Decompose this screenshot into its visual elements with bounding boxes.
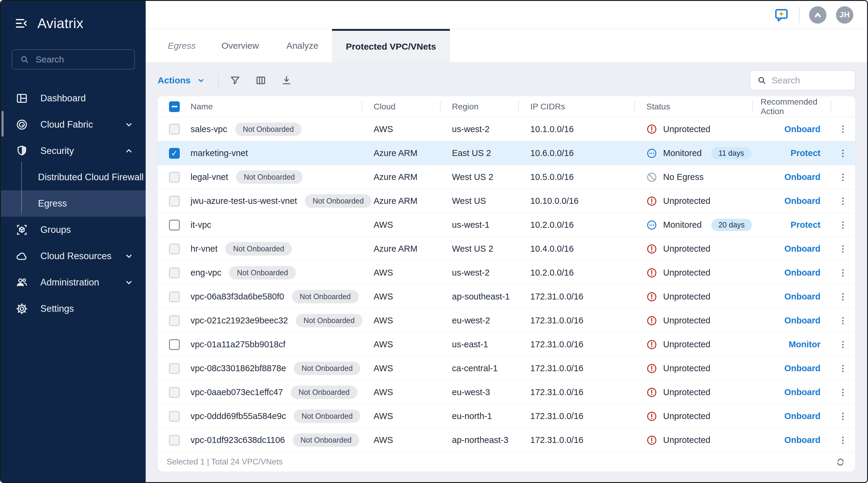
tab-analyze[interactable]: Analyze <box>273 29 332 62</box>
kebab-menu-icon[interactable] <box>837 315 848 326</box>
sidebar-item-cloud-resources[interactable]: Cloud Resources <box>1 243 146 269</box>
table-row[interactable]: it-vpc AWS us-west-1 10.2.0.0/16 Monitor… <box>158 213 855 237</box>
table-row[interactable]: marketing-vnet Azure ARM East US 2 10.6.… <box>158 141 855 165</box>
recommended-action-link[interactable]: Onboard <box>784 387 820 397</box>
kebab-menu-icon[interactable] <box>837 291 848 302</box>
not-onboarded-badge: Not Onboarded <box>291 386 358 399</box>
row-checkbox[interactable] <box>169 220 180 230</box>
column-header-recommended-action[interactable]: Recommended Action <box>752 96 831 117</box>
kebab-menu-icon[interactable] <box>837 267 848 278</box>
kebab-menu-icon[interactable] <box>837 363 848 374</box>
tab-protected-vpc-vnets[interactable]: Protected VPC/VNets <box>332 29 450 62</box>
table-row[interactable]: hr-vnet Not Onboarded Azure ARM West US … <box>158 237 855 261</box>
sidebar-search[interactable] <box>12 49 135 70</box>
kebab-menu-icon[interactable] <box>837 435 848 446</box>
column-header-cloud[interactable]: Cloud <box>362 96 440 117</box>
table-row[interactable]: jwu-azure-test-us-west-vnet Not Onboarde… <box>158 189 855 213</box>
refresh-icon[interactable] <box>835 456 846 468</box>
sidebar-item-distributed-cloud-firewall[interactable]: Distributed Cloud Firewall <box>1 164 146 190</box>
sidebar-collapse-icon[interactable] <box>14 17 28 30</box>
table-row[interactable]: vpc-06a83f3da6be580f0 Not Onboarded AWS … <box>158 285 855 309</box>
kebab-menu-icon[interactable] <box>837 220 848 230</box>
sidebar-item-cloud-fabric[interactable]: Cloud Fabric <box>1 111 146 138</box>
feedback-chat-icon[interactable] <box>773 7 789 23</box>
select-all-checkbox[interactable] <box>169 101 180 112</box>
row-checkbox[interactable] <box>169 196 180 206</box>
filter-icon[interactable] <box>229 75 241 86</box>
download-icon[interactable] <box>281 75 292 86</box>
kebab-menu-icon[interactable] <box>837 148 848 159</box>
table-row[interactable]: vpc-021c21923e9beec32 Not Onboarded AWS … <box>158 309 855 332</box>
row-checkbox[interactable] <box>169 363 180 374</box>
sidebar-item-groups[interactable]: Groups <box>1 217 146 243</box>
column-header-name[interactable]: Name <box>190 96 362 117</box>
vpc-table: Name Cloud Region IP CIDRs Status Recomm… <box>158 96 855 472</box>
recommended-action-link[interactable]: Onboard <box>784 196 820 206</box>
ip-cidr-cell: 10.6.0.0/16 <box>518 148 634 158</box>
row-checkbox[interactable] <box>169 244 180 254</box>
status-cell: Unprotected <box>634 387 752 398</box>
status-icon <box>646 339 657 350</box>
kebab-menu-icon[interactable] <box>837 244 848 254</box>
recommended-action-link[interactable]: Onboard <box>784 316 820 325</box>
sidebar-item-administration[interactable]: Administration <box>1 269 146 296</box>
sidebar-item-dashboard[interactable]: Dashboard <box>1 85 146 111</box>
row-checkbox[interactable] <box>169 339 180 350</box>
recommended-action-link[interactable]: Protect <box>790 148 820 158</box>
recommended-action-link[interactable]: Onboard <box>784 292 820 301</box>
row-checkbox[interactable] <box>169 148 180 159</box>
row-checkbox[interactable] <box>169 291 180 302</box>
app-window: Aviatrix Dashboard Cloud Fabric Security <box>0 0 868 483</box>
column-header-status[interactable]: Status <box>634 96 752 117</box>
column-header-ip-cidrs[interactable]: IP CIDRs <box>518 96 634 117</box>
sidebar-item-egress[interactable]: Egress <box>1 190 146 217</box>
recommended-action-link[interactable]: Protect <box>790 220 820 230</box>
columns-icon[interactable] <box>255 75 267 86</box>
table-row[interactable]: vpc-08c3301862bf8878e Not Onboarded AWS … <box>158 356 855 380</box>
table-search[interactable] <box>750 70 855 90</box>
row-checkbox[interactable] <box>169 315 180 326</box>
row-checkbox[interactable] <box>169 435 180 446</box>
column-header-region[interactable]: Region <box>440 96 518 117</box>
sidebar-item-security[interactable]: Security <box>1 138 146 164</box>
row-checkbox[interactable] <box>169 124 180 134</box>
recommended-action-link[interactable]: Onboard <box>784 124 820 134</box>
table-row[interactable]: vpc-0aaeb073ec1effc47 Not Onboarded AWS … <box>158 380 855 404</box>
row-checkbox[interactable] <box>169 267 180 278</box>
kebab-menu-icon[interactable] <box>837 387 848 398</box>
row-checkbox[interactable] <box>169 411 180 422</box>
table-row[interactable]: vpc-0ddd69fb55a584e9c Not Onboarded AWS … <box>158 404 855 428</box>
kebab-menu-icon[interactable] <box>837 196 848 206</box>
kebab-menu-icon[interactable] <box>837 411 848 422</box>
groups-icon <box>15 224 28 236</box>
aviatrix-mark-icon[interactable] <box>809 6 827 24</box>
sidebar-item-settings[interactable]: Settings <box>1 296 146 322</box>
sidebar-scrollbar-thumb[interactable] <box>1 111 4 137</box>
recommended-action-link[interactable]: Onboard <box>784 435 820 445</box>
sidebar-search-input[interactable] <box>36 55 126 65</box>
ip-cidr-cell: 10.2.0.0/16 <box>518 220 634 230</box>
row-checkbox[interactable] <box>169 387 180 398</box>
table-row[interactable]: legal-vnet Not Onboarded Azure ARM West … <box>158 165 855 189</box>
actions-dropdown[interactable]: Actions <box>158 75 206 86</box>
kebab-menu-icon[interactable] <box>837 172 848 183</box>
kebab-menu-icon[interactable] <box>837 124 848 134</box>
user-avatar[interactable]: JH <box>836 6 854 24</box>
table-row[interactable]: vpc-01a11a275bb9018cf AWS us-east-1 172.… <box>158 332 855 356</box>
recommended-action-link[interactable]: Monitor <box>789 340 820 349</box>
table-search-input[interactable] <box>772 75 848 86</box>
recommended-action-link[interactable]: Onboard <box>784 172 820 182</box>
table-row[interactable]: vpc-01df923c638dc1106 Not Onboarded AWS … <box>158 428 855 452</box>
recommended-action-link[interactable]: Onboard <box>784 244 820 253</box>
table-row[interactable]: sales-vpc Not Onboarded AWS us-west-2 10… <box>158 117 855 141</box>
recommended-action-link[interactable]: Onboard <box>784 363 820 373</box>
recommended-action-link[interactable]: Onboard <box>784 411 820 421</box>
status-cell: Unprotected <box>634 411 752 422</box>
status-icon <box>646 363 657 374</box>
kebab-menu-icon[interactable] <box>837 339 848 350</box>
tab-overview[interactable]: Overview <box>208 29 273 62</box>
recommended-action-link[interactable]: Onboard <box>784 268 820 277</box>
row-checkbox[interactable] <box>169 172 180 183</box>
vpc-name: marketing-vnet <box>190 148 248 158</box>
table-row[interactable]: eng-vpc Not Onboarded AWS us-west-2 10.2… <box>158 261 855 285</box>
